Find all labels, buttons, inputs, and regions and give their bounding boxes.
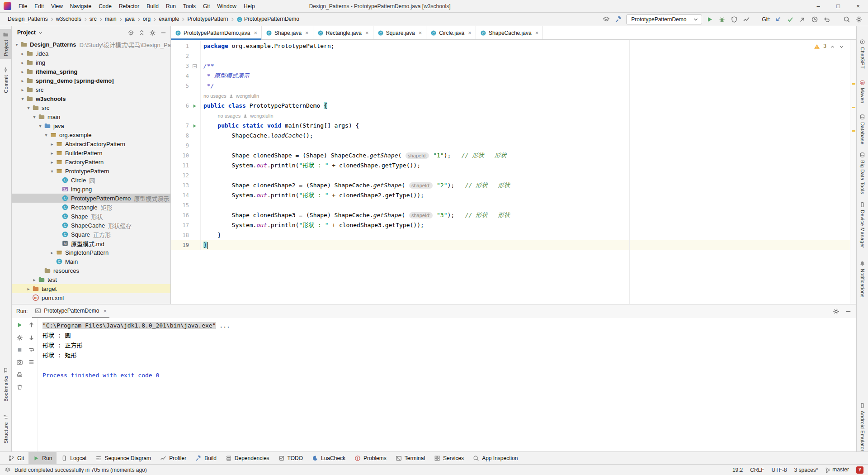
tool-window-button-terminal[interactable]: Terminal: [391, 452, 429, 464]
tool-stripe-structure[interactable]: Structure: [0, 411, 11, 446]
gear-button[interactable]: [149, 29, 156, 36]
project-panel-title[interactable]: Project: [17, 29, 36, 36]
breadcrumb-item[interactable]: example: [157, 15, 180, 23]
editor-tab[interactable]: CCircle.java×: [426, 26, 476, 39]
up-button[interactable]: [28, 322, 35, 328]
tree-item[interactable]: ▸.idea: [12, 49, 170, 58]
tool-window-button-git[interactable]: Git: [4, 452, 28, 464]
code-line[interactable]: 1package org.example.PrototypePattern;: [171, 41, 850, 51]
code-line[interactable]: 18 }: [171, 230, 850, 240]
tool-stripe-device-manager[interactable]: Device Manager: [857, 199, 868, 251]
code-line[interactable]: 19}: [171, 240, 850, 250]
shield-button[interactable]: [730, 15, 739, 24]
editor-tab[interactable]: CPrototypePatternDemo.java×: [171, 26, 262, 39]
arrowDL-button[interactable]: [774, 15, 783, 24]
expand-arrow-icon[interactable]: ▸: [19, 60, 26, 65]
tree-item[interactable]: CMain: [12, 257, 170, 266]
list-button[interactable]: [28, 359, 35, 366]
expand-arrow-icon[interactable]: ▸: [19, 87, 26, 92]
caret-position[interactable]: 19:2: [732, 467, 743, 473]
tool-window-button-app-inspection[interactable]: App Inspection: [468, 452, 522, 464]
tool-window-button-luacheck[interactable]: LuaCheck: [307, 452, 350, 464]
collapse-button[interactable]: [138, 29, 145, 36]
tool-stripe-project[interactable]: Project: [0, 29, 11, 59]
hammer-button[interactable]: [614, 15, 623, 24]
menu-file[interactable]: File: [15, 1, 31, 11]
collapse-arrow-icon[interactable]: ▾: [49, 169, 55, 174]
tree-item[interactable]: mpom.xml: [12, 293, 170, 302]
code-line[interactable]: 11 System.out.println("形状 : " + clonedSh…: [171, 161, 850, 171]
play-button[interactable]: [705, 15, 714, 24]
close-tab-icon[interactable]: ×: [419, 29, 422, 36]
tool-stripe-database[interactable]: Database: [857, 111, 868, 147]
minimize-button[interactable]: –: [808, 0, 828, 12]
code-line[interactable]: 9: [171, 141, 850, 151]
code-line[interactable]: 7 public static void main(String[] args)…: [171, 121, 850, 131]
tool-stripe-big-data-tools[interactable]: Big Data Tools: [857, 149, 868, 197]
expand-arrow-icon[interactable]: ▸: [19, 51, 26, 56]
menu-window[interactable]: Window: [213, 1, 240, 11]
gear-button[interactable]: [833, 308, 840, 314]
chevUp-icon[interactable]: [830, 44, 835, 50]
undo-button[interactable]: [822, 15, 831, 24]
close-tab-icon[interactable]: ×: [254, 29, 257, 36]
collapse-arrow-icon[interactable]: ▾: [31, 114, 38, 119]
tree-item[interactable]: ▾PrototypePattern: [12, 166, 170, 176]
run-configuration-selector[interactable]: PrototypePatternDemo: [626, 14, 702, 24]
indent-indicator[interactable]: 3 spaces*: [794, 467, 818, 473]
usages-hint[interactable]: no usages: [203, 91, 226, 101]
expand-arrow-icon[interactable]: ▸: [49, 142, 55, 147]
check-button[interactable]: [786, 15, 795, 24]
menu-run[interactable]: Run: [162, 1, 179, 11]
arrowUR-button[interactable]: [798, 15, 807, 24]
line-ending-indicator[interactable]: CRLF: [750, 467, 764, 473]
tree-item[interactable]: ▸itheima_spring: [12, 67, 170, 76]
tool-stripe-bookmarks[interactable]: Bookmarks: [0, 365, 11, 404]
breadcrumb-item[interactable]: Design_Patterns: [6, 15, 49, 23]
tree-item[interactable]: resources: [12, 266, 170, 275]
menu-edit[interactable]: Edit: [31, 1, 47, 11]
breadcrumb-item[interactable]: PrototypePattern: [186, 15, 229, 23]
wrap-button[interactable]: [28, 347, 35, 353]
tree-item[interactable]: ▸img: [12, 58, 170, 67]
tree-item[interactable]: ▸SingletonPattern: [12, 248, 170, 257]
tree-item[interactable]: CShapeCache形状缓存: [12, 221, 170, 230]
tree-item[interactable]: M原型模式.md: [12, 239, 170, 248]
expand-arrow-icon[interactable]: ▸: [49, 160, 55, 165]
code-area[interactable]: 1package org.example.PrototypePattern;23…: [171, 40, 850, 304]
collapse-arrow-icon[interactable]: ▾: [43, 133, 49, 138]
tool-window-button-problems[interactable]: Problems: [350, 452, 391, 464]
minus-button[interactable]: [160, 29, 167, 36]
expand-arrow-icon[interactable]: ▸: [31, 277, 38, 282]
collapse-arrow-icon[interactable]: ▾: [25, 105, 32, 110]
code-line[interactable]: 5 */: [171, 81, 850, 91]
breadcrumb-item[interactable]: w3schools: [55, 15, 83, 23]
close-tab-icon[interactable]: ×: [535, 29, 539, 36]
breadcrumb-item[interactable]: org: [142, 15, 152, 23]
tree-item[interactable]: img.png: [12, 185, 170, 194]
code-line[interactable]: 13 Shape clonedShape2 = (Shape) ShapeCac…: [171, 180, 850, 190]
menu-tools[interactable]: Tools: [179, 1, 199, 11]
play-button[interactable]: [16, 322, 23, 328]
tree-item[interactable]: ▸src: [12, 85, 170, 94]
encoding-indicator[interactable]: UTF-8: [772, 467, 787, 473]
code-line[interactable]: 8 ShapeCache.loadCache();: [171, 131, 850, 141]
menu-git[interactable]: Git: [199, 1, 213, 11]
bug-button[interactable]: [717, 15, 726, 24]
close-tab-icon[interactable]: ×: [468, 29, 472, 36]
breadcrumb-item[interactable]: main: [104, 15, 118, 23]
tool-window-button-todo[interactable]: TODO: [274, 452, 307, 464]
next-problem-button[interactable]: [839, 43, 844, 49]
maximize-button[interactable]: □: [828, 0, 848, 12]
profiler-button[interactable]: [742, 15, 751, 24]
expand-arrow-icon[interactable]: ▸: [49, 250, 55, 255]
tool-stripe-maven[interactable]: mMaven: [857, 77, 868, 106]
camera-button[interactable]: [16, 359, 23, 366]
collapse-arrow-icon[interactable]: ▾: [14, 42, 20, 47]
tree-item[interactable]: ▸BuilderPattern: [12, 148, 170, 157]
console-output[interactable]: "C:\Program Files\Java\jdk1.8.0_201\bin\…: [38, 318, 856, 451]
tree-item[interactable]: CCircle圆: [12, 176, 170, 185]
down-button[interactable]: [28, 334, 35, 341]
breadcrumb-item[interactable]: C PrototypePatternDemo: [235, 15, 301, 24]
error-stripe[interactable]: [850, 40, 856, 304]
